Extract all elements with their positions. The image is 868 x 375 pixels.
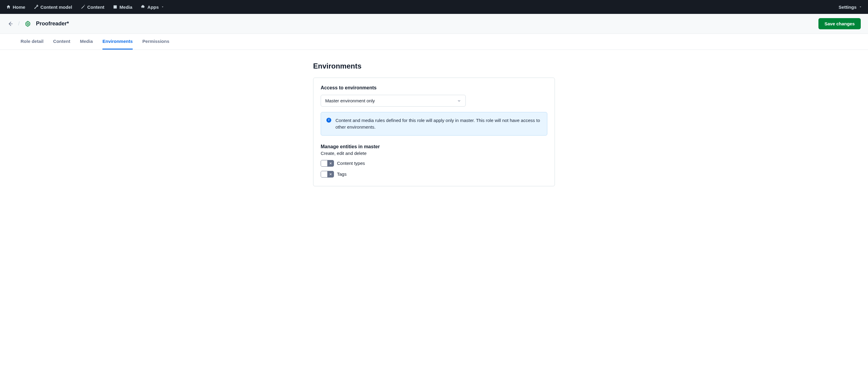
- main-heading: Environments: [313, 62, 555, 70]
- svg-point-0: [27, 23, 29, 25]
- toggle-label: Tags: [337, 171, 347, 177]
- toggle-row-tags: Tags: [321, 171, 547, 177]
- nav-content-model[interactable]: Content model: [30, 0, 76, 14]
- x-icon: [329, 162, 332, 165]
- main-content: Environments Access to environments Mast…: [307, 62, 561, 198]
- nav-label: Settings: [839, 4, 857, 10]
- tab-role-detail[interactable]: Role detail: [21, 34, 43, 49]
- tab-media[interactable]: Media: [80, 34, 93, 49]
- nav-label: Content: [87, 4, 104, 10]
- top-nav-right: Settings: [839, 0, 862, 14]
- info-text: Content and media rules defined for this…: [336, 117, 541, 130]
- chevron-down-icon: [859, 5, 862, 8]
- info-icon: [327, 118, 331, 123]
- tab-content[interactable]: Content: [53, 34, 70, 49]
- gear-icon: [25, 21, 31, 27]
- puzzle-icon: [141, 4, 146, 9]
- nav-label: Content model: [40, 4, 72, 10]
- toggle-off-indicator: [328, 162, 334, 165]
- tabs: Role detail Content Media Environments P…: [0, 34, 868, 50]
- x-icon: [329, 173, 332, 176]
- select-value: Master environment only: [325, 98, 375, 103]
- toggle-label: Content types: [337, 161, 365, 166]
- pen-icon: [81, 4, 86, 9]
- environment-select[interactable]: Master environment only: [321, 95, 466, 107]
- top-nav-left: Home Content model Content Media Apps: [6, 0, 168, 14]
- toggle-row-content-types: Content types: [321, 160, 547, 167]
- toggle-tags[interactable]: [321, 171, 334, 177]
- page-title: Proofreader*: [36, 21, 69, 27]
- nav-label: Apps: [148, 4, 159, 10]
- nav-media[interactable]: Media: [108, 0, 136, 14]
- chevron-down-icon: [457, 99, 461, 103]
- toggle-knob: [321, 171, 328, 177]
- toggle-knob: [321, 160, 328, 166]
- environments-card: Access to environments Master environmen…: [313, 78, 555, 186]
- access-title: Access to environments: [321, 85, 547, 91]
- toggle-content-types[interactable]: [321, 160, 334, 167]
- nav-apps[interactable]: Apps: [136, 0, 168, 14]
- save-button[interactable]: Save changes: [818, 18, 861, 29]
- manage-section: Manage entities in master Create, edit a…: [321, 144, 547, 177]
- nav-settings[interactable]: Settings: [839, 0, 862, 14]
- tab-environments[interactable]: Environments: [102, 34, 133, 49]
- nav-home[interactable]: Home: [6, 0, 30, 14]
- toggle-off-indicator: [328, 173, 334, 176]
- top-nav: Home Content model Content Media Apps Se…: [0, 0, 868, 14]
- nav-label: Media: [119, 4, 132, 10]
- wrench-icon: [34, 4, 39, 9]
- chevron-down-icon: [161, 5, 164, 8]
- tab-permissions[interactable]: Permissions: [142, 34, 169, 49]
- image-icon: [113, 4, 118, 9]
- breadcrumb-separator: /: [18, 21, 20, 27]
- manage-subtitle: Create, edit and delete: [321, 151, 547, 156]
- back-button[interactable]: [7, 21, 13, 27]
- info-note: Content and media rules defined for this…: [321, 112, 547, 136]
- page-header: / Proofreader* Save changes: [0, 14, 868, 34]
- nav-label: Home: [13, 4, 25, 10]
- page-header-left: / Proofreader*: [7, 21, 69, 27]
- nav-content[interactable]: Content: [76, 0, 109, 14]
- home-icon: [6, 4, 11, 9]
- manage-title: Manage entities in master: [321, 144, 547, 149]
